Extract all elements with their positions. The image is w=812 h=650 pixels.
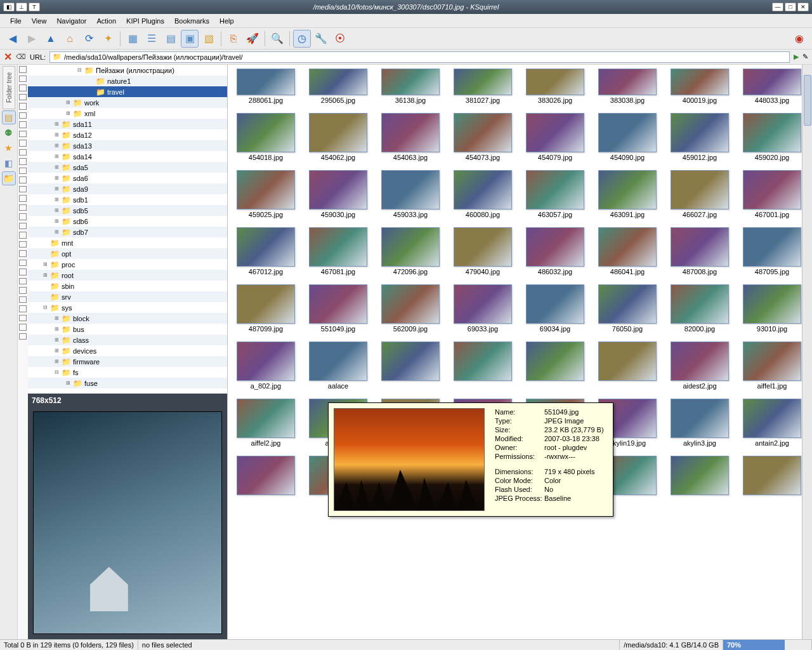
thumbnail[interactable]: 551049.jpg bbox=[306, 284, 370, 333]
check-item[interactable] bbox=[19, 232, 27, 239]
check-item[interactable] bbox=[19, 149, 27, 156]
thumbnail[interactable] bbox=[740, 456, 804, 496]
thumbnail[interactable]: 454079.jpg bbox=[523, 113, 587, 161]
stop-button[interactable]: ⦿ bbox=[331, 30, 349, 48]
check-item[interactable] bbox=[19, 158, 27, 165]
zoom-button[interactable]: 🔍 bbox=[268, 30, 286, 48]
tree-icon[interactable]: ▤ bbox=[2, 110, 16, 124]
check-item[interactable] bbox=[19, 315, 27, 322]
refresh-button[interactable]: ⟳ bbox=[80, 30, 98, 48]
thumbnail[interactable]: 467081.jpg bbox=[306, 227, 370, 275]
thumbnail[interactable]: 562009.jpg bbox=[379, 284, 442, 333]
palette-icon[interactable]: ◧ bbox=[2, 156, 16, 170]
check-item[interactable] bbox=[19, 324, 27, 331]
tree-item-sda6[interactable]: ⊞📁sda6 bbox=[28, 173, 227, 183]
tree-item-sda9[interactable]: ⊞📁sda9 bbox=[28, 183, 227, 194]
check-item[interactable] bbox=[19, 94, 27, 101]
check-item[interactable] bbox=[19, 186, 27, 193]
check-item[interactable] bbox=[19, 296, 27, 303]
thumbnail[interactable] bbox=[234, 456, 298, 496]
thumbnail[interactable]: 454090.jpg bbox=[596, 113, 659, 161]
up-button[interactable]: ▲ bbox=[42, 30, 60, 48]
view-thumb-button[interactable]: ▣ bbox=[181, 30, 199, 48]
config-button[interactable]: 🔧 bbox=[312, 30, 330, 48]
thumbnail[interactable]: 82000.jpg bbox=[668, 284, 731, 333]
check-item[interactable] bbox=[19, 241, 27, 248]
check-item[interactable] bbox=[19, 168, 27, 175]
thumbnail[interactable]: akylin3.jpg bbox=[668, 399, 731, 447]
scrollbar[interactable] bbox=[802, 65, 812, 639]
tree-item-travel[interactable]: 📁travel bbox=[28, 86, 227, 97]
thumbnail[interactable]: 93010.jpg bbox=[740, 284, 804, 333]
check-item[interactable] bbox=[19, 278, 27, 285]
tree-item-sda12[interactable]: ⊞📁sda12 bbox=[28, 129, 227, 140]
tree-item-work[interactable]: ⊞📁work bbox=[28, 97, 227, 108]
tree-item-devices[interactable]: ⊞📁devices bbox=[28, 345, 227, 356]
tree-item-Пейзажи (иллюстрации)[interactable]: ⊟📁Пейзажи (иллюстрации) bbox=[28, 65, 227, 76]
close-icon[interactable]: ✕ bbox=[4, 51, 12, 63]
check-item[interactable] bbox=[19, 250, 27, 257]
tree-item-sdb5[interactable]: ⊞📁sdb5 bbox=[28, 205, 227, 216]
thumbnail[interactable]: 295065.jpg bbox=[306, 69, 370, 104]
thumbnail[interactable] bbox=[451, 342, 514, 390]
thumbnail[interactable]: 487095.jpg bbox=[740, 227, 804, 275]
tree-item-sda13[interactable]: ⊞📁sda13 bbox=[28, 140, 227, 151]
thumbnail[interactable]: 459012.jpg bbox=[668, 113, 731, 161]
view-large-button[interactable]: ▧ bbox=[200, 30, 218, 48]
thumbnail[interactable]: 69033.jpg bbox=[451, 284, 514, 333]
thumbnail[interactable] bbox=[596, 342, 659, 390]
check-item[interactable] bbox=[19, 131, 27, 138]
thumbnail[interactable]: 454018.jpg bbox=[234, 113, 298, 161]
thumbnail[interactable]: 459033.jpg bbox=[379, 170, 442, 218]
thumbnail[interactable]: 383026.jpg bbox=[523, 69, 587, 104]
thumbnail[interactable]: 459025.jpg bbox=[234, 170, 298, 218]
home-button[interactable]: ⌂ bbox=[61, 30, 79, 48]
tree-item-firmware[interactable]: ⊞📁firmware bbox=[28, 356, 227, 367]
thumbnail[interactable]: 448033.jpg bbox=[740, 69, 804, 104]
tree-item-root[interactable]: ⊞📁root bbox=[28, 270, 227, 281]
thumbnail[interactable]: 486032.jpg bbox=[523, 227, 587, 275]
go-icon[interactable]: ▶ bbox=[794, 53, 799, 61]
tree-item-sys[interactable]: ⊟📁sys bbox=[28, 302, 227, 313]
sidebar-tab-foldertree[interactable]: Folder tree bbox=[3, 66, 15, 109]
clear-icon[interactable]: ⌫ bbox=[16, 53, 26, 61]
tree-item-sda5[interactable]: ⊞📁sda5 bbox=[28, 162, 227, 173]
thumbnail[interactable]: 460080.jpg bbox=[451, 170, 514, 218]
thumbnail[interactable]: 383038.jpg bbox=[596, 69, 659, 104]
check-item[interactable] bbox=[19, 269, 27, 275]
thumbnail[interactable]: 487008.jpg bbox=[668, 227, 731, 275]
tree-item-fuse[interactable]: ⊞📁fuse bbox=[28, 378, 227, 388]
menu-action[interactable]: Action bbox=[91, 17, 121, 25]
close-button[interactable]: ✕ bbox=[797, 3, 809, 11]
check-item[interactable] bbox=[19, 195, 27, 202]
thumbnail[interactable]: 381027.jpg bbox=[451, 69, 514, 104]
thumbnail[interactable]: 487099.jpg bbox=[234, 284, 298, 333]
menu-file[interactable]: File bbox=[5, 17, 27, 25]
check-item[interactable] bbox=[19, 103, 27, 110]
check-item[interactable] bbox=[19, 213, 27, 220]
view-icons-button[interactable]: ▦ bbox=[124, 30, 141, 48]
tree-item-proc[interactable]: ⊞📁proc bbox=[28, 259, 227, 270]
pin-icon[interactable]: ⊥ bbox=[16, 3, 27, 11]
tree-item-block[interactable]: ⊞📁block bbox=[28, 313, 227, 324]
tree-item-sdb1[interactable]: ⊞📁sdb1 bbox=[28, 194, 227, 205]
thumbnail[interactable]: a_802.jpg bbox=[234, 342, 298, 390]
check-item[interactable] bbox=[19, 112, 27, 119]
tree-item-sda11[interactable]: ⊞📁sda11 bbox=[28, 119, 227, 129]
brush-icon[interactable]: ✎ bbox=[802, 53, 808, 61]
thumbnail[interactable]: 472096.jpg bbox=[379, 227, 442, 275]
thumbnail[interactable]: 463091.jpg bbox=[596, 170, 659, 218]
tree-item-bus[interactable]: ⊞📁bus bbox=[28, 324, 227, 335]
menu-kipi[interactable]: KIPI Plugins bbox=[121, 17, 169, 25]
menu-help[interactable]: Help bbox=[214, 17, 239, 25]
view-list-button[interactable]: ☰ bbox=[143, 30, 160, 48]
thumbnail[interactable]: 479040.jpg bbox=[451, 227, 514, 275]
tree-item-class[interactable]: ⊞📁class bbox=[28, 335, 227, 345]
thumbnail[interactable] bbox=[523, 342, 587, 390]
menu-navigator[interactable]: Navigator bbox=[51, 17, 91, 25]
menu-view[interactable]: View bbox=[27, 17, 52, 25]
thumbnail[interactable]: antain2.jpg bbox=[740, 399, 804, 447]
thumbnail[interactable]: 459020.jpg bbox=[740, 113, 804, 161]
thumbnail[interactable]: 69034.jpg bbox=[523, 284, 587, 333]
tree-item-srv[interactable]: 📁srv bbox=[28, 291, 227, 302]
